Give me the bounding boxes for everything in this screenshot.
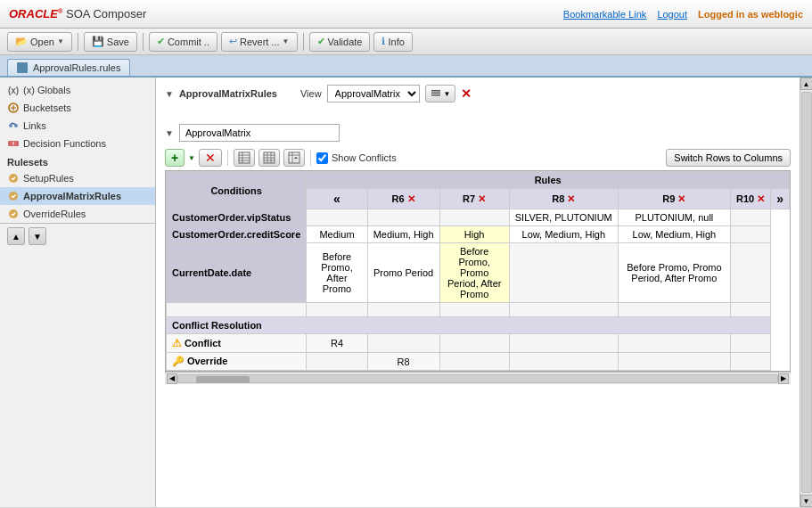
table-icon-btn2[interactable]: [258, 149, 280, 167]
hscroll-left-arrow[interactable]: ◀: [167, 373, 177, 384]
view-select[interactable]: ApprovalMatrix: [327, 85, 420, 102]
sidebar-item-approval-matrix-rules[interactable]: ApprovalMatrixRules: [0, 187, 155, 205]
cell-r10-credit[interactable]: Low, Medium, High: [618, 226, 730, 243]
cell-r6-date[interactable]: Before Promo, After Promo: [307, 243, 367, 303]
override-rules-icon: [7, 208, 20, 220]
cell-r9-date[interactable]: [509, 243, 618, 303]
commit-button[interactable]: ✔ Commit ..: [149, 32, 217, 52]
open-button[interactable]: 📂 Open ▼: [7, 32, 72, 52]
matrix-name-row: ▼: [165, 124, 791, 142]
view-settings-button[interactable]: ▼: [425, 85, 455, 102]
svg-point-1: [9, 124, 12, 127]
remove-r8-btn[interactable]: ✕: [567, 193, 575, 204]
section-header: ▼ ApprovalMatrixRules View ApprovalMatri…: [165, 85, 791, 102]
nav-right-btn[interactable]: »: [771, 189, 790, 209]
save-button[interactable]: 💾 Save: [84, 32, 137, 52]
setup-rules-label: SetupRules: [23, 173, 74, 184]
cell-r10-date[interactable]: Before Promo, Promo Period, After Promo: [618, 243, 730, 303]
remove-r9-btn[interactable]: ✕: [677, 193, 685, 204]
sidebar-item-override-rules[interactable]: OverrideRules: [0, 205, 155, 223]
cell-r8-vip[interactable]: [439, 209, 509, 226]
cell-r10-vip[interactable]: PLUTONIUM, null: [618, 209, 730, 226]
hscroll-thumb[interactable]: [196, 376, 250, 383]
override-r7-cell[interactable]: R8: [367, 353, 439, 371]
conflict-r7-cell[interactable]: [367, 334, 439, 353]
svg-rect-22: [289, 152, 299, 163]
sidebar-item-decision-functions[interactable]: f Decision Functions: [0, 135, 155, 152]
header-left: ORACLE® SOA Composer: [9, 7, 146, 20]
approval-matrix-subsection: ▼ + ▼ ✕: [165, 124, 791, 384]
section-toggle[interactable]: ▼: [165, 89, 174, 99]
bookmarkable-link[interactable]: Bookmarkable Link: [563, 9, 647, 20]
conflict-row: ⚠ Conflict R4: [167, 334, 790, 353]
info-icon: ℹ: [381, 36, 385, 47]
remove-r6-btn[interactable]: ✕: [407, 193, 415, 204]
cell-r7-vip[interactable]: [367, 209, 439, 226]
show-conflicts-checkbox[interactable]: [316, 152, 328, 164]
vscroll-up-arrow[interactable]: ▲: [800, 78, 813, 90]
override-r6-cell[interactable]: [307, 353, 367, 371]
cell-r8-date[interactable]: Before Promo, Promo Period, After Promo: [439, 243, 509, 303]
dropdown-arrow: ▼: [444, 90, 451, 98]
setup-rules-icon: [7, 172, 20, 184]
conflict-r9-cell[interactable]: [509, 334, 618, 353]
rules-table: Conditions Rules « R6 ✕ R7 ✕: [166, 171, 790, 371]
override-r10-cell[interactable]: [618, 353, 730, 371]
add-row-button[interactable]: +: [165, 149, 185, 167]
hscroll-right-arrow[interactable]: ▶: [778, 373, 789, 384]
table-icon-btn1[interactable]: [234, 149, 255, 167]
cell-r8-credit[interactable]: High: [439, 226, 509, 243]
conflict-r8-cell[interactable]: [439, 334, 509, 353]
remove-r10-btn[interactable]: ✕: [757, 193, 765, 204]
sidebar-up-arrow[interactable]: ▲: [7, 227, 25, 245]
sidebar-item-globals[interactable]: (x) (x) Globals: [0, 81, 155, 99]
tab-icon: [17, 62, 28, 73]
sidebar-item-setup-rules[interactable]: SetupRules: [0, 169, 155, 187]
delete-row-button[interactable]: ✕: [199, 149, 222, 167]
conflict-r6-cell[interactable]: R4: [307, 334, 367, 353]
info-button[interactable]: ℹ Info: [373, 32, 412, 52]
close-view-button[interactable]: ✕: [461, 86, 472, 101]
horizontal-scrollbar[interactable]: ◀ ▶: [165, 372, 791, 384]
cell-nav-vip: [730, 209, 770, 226]
revert-button[interactable]: ↩ Revert ... ▼: [221, 32, 298, 52]
conflict-r10-cell[interactable]: [618, 334, 730, 353]
revert-icon: ↩: [229, 36, 237, 47]
empty-row: [167, 303, 790, 317]
soa-title: SOA Composer: [66, 7, 146, 20]
matrix-name-input[interactable]: [179, 124, 340, 142]
cell-r9-vip[interactable]: SILVER, PLUTONIUM: [509, 209, 618, 226]
conflict-label-cell: ⚠ Conflict: [167, 334, 307, 353]
logout-link[interactable]: Logout: [657, 9, 687, 20]
override-row: 🔑 Override R8: [167, 353, 790, 371]
decision-functions-icon: f: [7, 137, 20, 150]
col-r8-header: R8 ✕: [509, 189, 618, 209]
remove-r7-btn[interactable]: ✕: [478, 193, 486, 204]
cell-r7-date[interactable]: Promo Period: [367, 243, 439, 303]
header: ORACLE® SOA Composer Bookmarkable Link L…: [0, 0, 812, 29]
cell-r7-credit[interactable]: Medium, High: [367, 226, 439, 243]
save-icon: 💾: [92, 36, 104, 47]
hscroll-track[interactable]: [177, 374, 778, 383]
table-icon-btn3[interactable]: [283, 149, 305, 167]
cell-r9-credit[interactable]: Low, Medium, High: [509, 226, 618, 243]
matrix-toggle[interactable]: ▼: [165, 128, 174, 138]
sidebar-item-bucketsets[interactable]: Bucketsets: [0, 99, 155, 117]
approval-rules-tab[interactable]: ApprovalRules.rules: [7, 59, 130, 76]
table-header-row: Conditions Rules: [167, 172, 790, 189]
vscroll-track[interactable]: [801, 92, 812, 493]
override-r9-cell[interactable]: [509, 353, 618, 371]
main-area: (x) (x) Globals Bucketsets Links f Decis…: [0, 78, 812, 507]
nav-left-btn[interactable]: «: [307, 189, 367, 209]
decision-functions-label: Decision Functions: [23, 138, 106, 149]
validate-button[interactable]: ✔ Validate: [309, 32, 371, 52]
vscroll-down-arrow[interactable]: ▼: [800, 495, 813, 507]
bucketsets-icon: [7, 102, 20, 114]
conflict-label: Conflict: [185, 338, 221, 348]
cell-r6-credit[interactable]: Medium: [307, 226, 367, 243]
sidebar-down-arrow[interactable]: ▼: [29, 227, 46, 245]
override-r8-cell[interactable]: [439, 353, 509, 371]
sidebar-item-links[interactable]: Links: [0, 117, 155, 135]
switch-rows-columns-button[interactable]: Switch Rows to Columns: [666, 149, 791, 167]
cell-r6-vip[interactable]: [307, 209, 367, 226]
